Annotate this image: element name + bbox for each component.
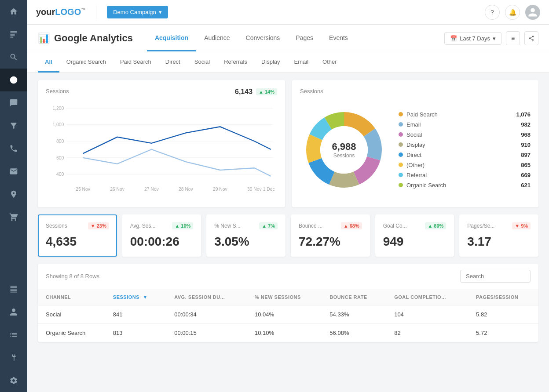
- chevron-down-icon: ▾: [493, 35, 496, 42]
- dropdown-arrow-icon: ▾: [159, 9, 162, 15]
- nav-cart[interactable]: [0, 206, 27, 229]
- list-icon: [9, 330, 18, 339]
- tab-events[interactable]: Events: [321, 25, 356, 51]
- metric-bounce-rate[interactable]: Bounce ... ▲ 68% 72.27%: [291, 214, 370, 257]
- date-range-button[interactable]: 📅 Last 7 Days ▾: [444, 32, 501, 45]
- plug-icon: [9, 353, 18, 362]
- top-bar: yourLOGO™ Demo Campaign ▾ ? 🔔: [27, 0, 549, 25]
- filter-organic-search[interactable]: Organic Search: [59, 52, 113, 73]
- filter-all[interactable]: All: [38, 52, 59, 73]
- share-button[interactable]: [524, 31, 538, 45]
- col-sessions[interactable]: SESSIONS ▼: [105, 289, 166, 305]
- legend-dot-organic-search: [399, 183, 403, 187]
- donut-center-label: Sessions: [332, 152, 356, 159]
- chart-view-button[interactable]: ≡: [506, 31, 520, 45]
- metric-sessions[interactable]: Sessions ▼ 23% 4,635: [38, 214, 117, 257]
- cell-bounce-rate: 56.08%: [322, 324, 386, 342]
- metric-new-sessions[interactable]: % New S... ▲ 7% 3.05%: [206, 214, 285, 257]
- funnel-icon: [9, 121, 18, 130]
- nav-location[interactable]: [0, 183, 27, 206]
- filter-referrals[interactable]: Referrals: [217, 52, 254, 73]
- svg-text:30 Nov: 30 Nov: [247, 187, 262, 192]
- logo-area: yourLOGO™ Demo Campaign ▾: [36, 6, 168, 19]
- metric-goal-completions[interactable]: Goal Co... ▲ 80% 949: [375, 214, 454, 257]
- legend-other: (Other) 865: [399, 162, 531, 168]
- legend-dot-direct: [399, 152, 403, 157]
- nav-tables[interactable]: [0, 278, 27, 301]
- metric-cards-row: Sessions ▼ 23% 4,635 Avg. Ses... ▲ 10% 0…: [38, 214, 538, 257]
- table-search-input[interactable]: [460, 270, 531, 283]
- cell-sessions: 841: [105, 305, 166, 324]
- filter-email[interactable]: Email: [287, 52, 316, 73]
- donut-center-value: 6,988: [332, 141, 356, 152]
- filter-display[interactable]: Display: [254, 52, 287, 73]
- nav-email[interactable]: [0, 160, 27, 183]
- donut-center: 6,988 Sessions: [332, 141, 356, 159]
- dashboard-content: Sessions 6,143 ▲ 14%: [27, 73, 549, 349]
- cell-bounce-rate: 54.33%: [322, 305, 386, 324]
- filter-social[interactable]: Social: [187, 52, 217, 73]
- metric-pages-session[interactable]: Pages/Se... ▼ 9% 3.17: [459, 214, 538, 257]
- user-avatar-icon: [527, 7, 538, 18]
- logo-divider: [96, 6, 96, 19]
- cell-avg-session: 00:00:34: [166, 305, 247, 324]
- nav-list[interactable]: [0, 323, 27, 346]
- legend-dot-display: [399, 142, 403, 147]
- metric-avg-session[interactable]: Avg. Ses... ▲ 10% 00:00:26: [122, 214, 201, 257]
- page-tabs: Acquisition Audience Conversions Pages E…: [147, 25, 444, 51]
- cell-channel: Social: [38, 305, 105, 324]
- legend-social: Social 968: [399, 131, 531, 138]
- help-button[interactable]: ?: [485, 5, 500, 20]
- filter-direct[interactable]: Direct: [158, 52, 187, 73]
- legend-direct: Direct 897: [399, 152, 531, 158]
- svg-text:400: 400: [56, 172, 64, 177]
- nav-reports[interactable]: [0, 23, 27, 46]
- nav-funnel[interactable]: [0, 114, 27, 137]
- tab-audience[interactable]: Audience: [196, 25, 238, 51]
- nav-search[interactable]: [0, 46, 27, 69]
- filter-other[interactable]: Other: [315, 52, 344, 73]
- col-avg-session: AVG. SESSION DU...: [166, 289, 247, 305]
- nav-home[interactable]: [0, 0, 27, 23]
- settings-icon: [9, 376, 18, 385]
- table-row: Social 841 00:00:34 10.04% 54.33% 104 5.…: [38, 305, 538, 324]
- pages-session-badge: ▼ 9%: [512, 222, 531, 229]
- page-header-right: 📅 Last 7 Days ▾ ≡: [444, 31, 538, 45]
- filter-bar: All Organic Search Paid Search Direct So…: [27, 52, 549, 73]
- svg-text:28 Nov: 28 Nov: [179, 187, 194, 192]
- chart-row: Sessions 6,143 ▲ 14%: [38, 80, 538, 207]
- sessions-badge: ▼ 23%: [88, 222, 109, 229]
- cell-sessions: 813: [105, 324, 166, 342]
- tab-acquisition[interactable]: Acquisition: [147, 25, 196, 51]
- nav-chat[interactable]: [0, 91, 27, 114]
- left-nav: [0, 0, 27, 392]
- bounce-rate-value: 72.27%: [299, 235, 362, 249]
- nav-phone[interactable]: [0, 137, 27, 160]
- new-sessions-badge: ▲ 7%: [259, 222, 278, 229]
- nav-user[interactable]: [0, 301, 27, 323]
- legend-referral: Referral 669: [399, 172, 531, 178]
- svg-text:26 Nov: 26 Nov: [110, 187, 125, 192]
- cell-pages-session: 5.82: [468, 305, 538, 324]
- avatar[interactable]: [525, 5, 540, 20]
- filter-paid-search[interactable]: Paid Search: [113, 52, 158, 73]
- nav-plug[interactable]: [0, 346, 27, 369]
- tab-pages[interactable]: Pages: [288, 25, 321, 51]
- logo: yourLOGO™: [36, 7, 85, 17]
- main-content: 📊 Google Analytics Acquisition Audience …: [27, 25, 549, 392]
- sessions-value: 4,635: [46, 235, 109, 249]
- svg-text:800: 800: [56, 139, 64, 144]
- page-title-area: 📊 Google Analytics: [38, 25, 133, 52]
- tab-conversions[interactable]: Conversions: [238, 25, 288, 51]
- nav-settings[interactable]: [0, 369, 27, 392]
- campaign-button[interactable]: Demo Campaign ▾: [107, 6, 168, 18]
- page-header: 📊 Google Analytics Acquisition Audience …: [27, 25, 549, 52]
- user-icon: [9, 308, 18, 316]
- notifications-button[interactable]: 🔔: [505, 5, 520, 20]
- nav-analytics[interactable]: [0, 69, 27, 91]
- cell-pages-session: 5.72: [468, 324, 538, 342]
- legend-dot-referral: [399, 173, 403, 177]
- svg-text:1,200: 1,200: [52, 106, 64, 111]
- home-icon: [9, 7, 18, 16]
- goal-completions-badge: ▲ 80%: [425, 222, 446, 229]
